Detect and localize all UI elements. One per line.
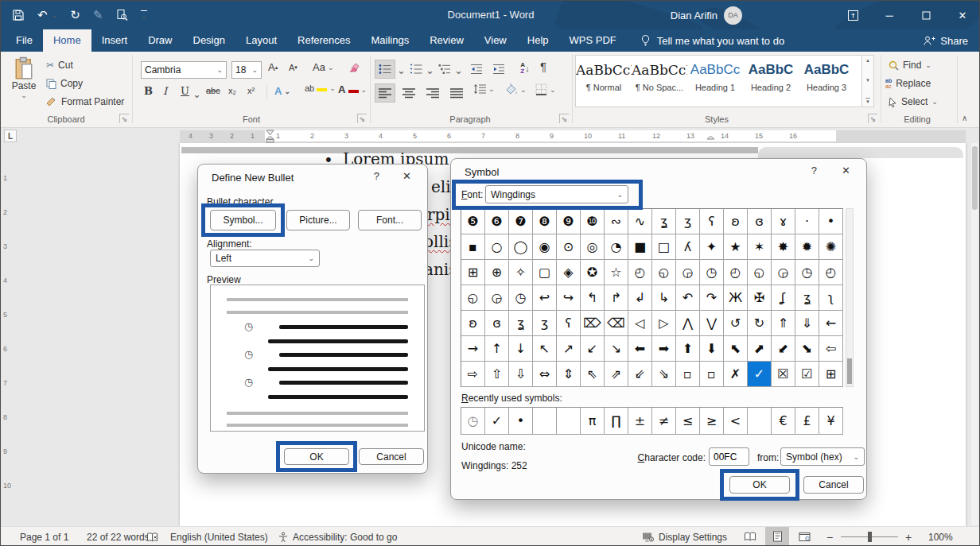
symbol-cell[interactable]: ⬅ xyxy=(628,336,652,362)
symbol-cell[interactable]: ⬈ xyxy=(748,336,772,362)
recent-symbol-cell[interactable] xyxy=(557,408,581,435)
symbol-cell[interactable]: ◴ xyxy=(724,260,748,285)
recent-symbol-cell[interactable]: ✓ xyxy=(485,408,509,435)
close-button[interactable]: ✕ xyxy=(944,1,980,29)
tab-view[interactable]: View xyxy=(474,29,517,52)
symbol-cell[interactable]: ◎ xyxy=(581,234,605,260)
tell-me-box[interactable]: Tell me what you want to do xyxy=(640,29,784,52)
symbol-cell[interactable]: ■ xyxy=(628,234,652,260)
symbol-cell[interactable]: ○ xyxy=(485,234,509,260)
italic-button[interactable]: I xyxy=(163,85,167,97)
symbol-cell[interactable]: ◵ xyxy=(748,260,772,285)
alignment-combo[interactable]: Left ⌄ xyxy=(210,250,320,267)
symbol-cell[interactable]: Ж xyxy=(724,285,748,311)
recent-symbol-cell[interactable]: ∏ xyxy=(605,408,628,435)
symbol-cell[interactable]: ʓ xyxy=(795,285,819,311)
symbol-cell[interactable]: ◉ xyxy=(533,234,557,260)
symbol-cell[interactable]: ★ xyxy=(724,234,748,260)
decrease-indent-button[interactable] xyxy=(467,60,486,79)
symbol-cell[interactable]: ◁ xyxy=(628,311,652,336)
symbol-cell[interactable]: ✗ xyxy=(724,362,748,387)
symbol-cell[interactable]: ⇔ xyxy=(533,362,557,387)
page-indicator[interactable]: Page 1 of 1 xyxy=(20,527,68,546)
symbol-cell[interactable]: ◶ xyxy=(676,260,700,285)
symbol-cell[interactable]: ʕ xyxy=(557,311,581,336)
style-item-4[interactable]: AaBbCHeading 2 xyxy=(743,56,799,102)
font-color-button[interactable]: A ⌄ xyxy=(338,83,367,95)
tab-mailings[interactable]: Mailings xyxy=(361,29,420,52)
symbol-cell[interactable]: ↱ xyxy=(605,285,628,311)
select-dropdown-icon[interactable]: ⌄ xyxy=(931,98,938,106)
symbol-cell[interactable]: ʎ xyxy=(676,234,700,260)
from-combo[interactable]: Symbol (hex) ⌄ xyxy=(780,447,865,466)
symbol-cell[interactable]: ⬉ xyxy=(724,336,748,362)
account-area[interactable]: Dian Arifin DA xyxy=(671,1,742,29)
strikethrough-button[interactable]: abc xyxy=(206,86,220,95)
symbol-cell[interactable]: ʓ xyxy=(652,209,676,234)
font-family-combo[interactable]: Cambria ⌄ xyxy=(141,61,227,79)
symbol-cell[interactable]: • xyxy=(819,209,843,234)
symbol-cell[interactable]: ʚ xyxy=(724,209,748,234)
symbol-cell[interactable]: ⇓ xyxy=(795,311,819,336)
symbol-cell[interactable]: ✸ xyxy=(772,234,795,260)
symbol-cell[interactable]: ʅ xyxy=(819,285,843,311)
borders-button[interactable]: ⌄ xyxy=(535,83,556,95)
share-button[interactable]: Share xyxy=(923,29,968,52)
find-dropdown-icon[interactable]: ⌄ xyxy=(925,61,931,69)
picture-button[interactable]: Picture... xyxy=(286,210,350,230)
symbol-cell[interactable]: ✧ xyxy=(509,260,533,285)
symbol-cell[interactable]: ⇖ xyxy=(581,362,605,387)
web-layout-button[interactable] xyxy=(792,527,816,546)
replace-button[interactable]: abac Replace xyxy=(885,78,931,89)
font-family-dropdown-icon[interactable]: ⌄ xyxy=(216,66,223,74)
print-layout-button[interactable] xyxy=(765,527,789,546)
recent-symbol-cell[interactable]: £ xyxy=(795,408,819,435)
symbol-cell[interactable]: ◷ xyxy=(509,285,533,311)
symbol-cell[interactable]: ← xyxy=(819,311,843,336)
proofing-status-icon[interactable] xyxy=(146,527,158,546)
accessibility-indicator[interactable]: Accessibility: Good to go xyxy=(278,527,397,546)
symbol-cell[interactable]: ▪ xyxy=(461,234,485,260)
symbol-font-combo[interactable]: Wingdings ⌄ xyxy=(485,185,628,203)
text-effects-button[interactable]: A ⌄ xyxy=(274,85,290,97)
symbol-cell[interactable]: ɤ xyxy=(772,209,795,234)
symbol-cell[interactable]: ⌫ xyxy=(605,311,628,336)
change-case-button[interactable]: Aa ⌄ xyxy=(313,61,333,73)
copy-button[interactable]: Copy xyxy=(46,78,83,89)
display-settings-button[interactable]: Display Settings xyxy=(642,527,727,546)
document-scrollbar[interactable] xyxy=(971,143,978,525)
symbol-cell[interactable]: ↖ xyxy=(533,336,557,362)
zoom-level[interactable]: 100% xyxy=(928,527,953,546)
symbol-cell[interactable]: ʒ xyxy=(533,311,557,336)
symbol-ok-button[interactable]: OK xyxy=(729,476,790,494)
find-button[interactable]: Find ⌄ xyxy=(889,60,931,71)
symbol-cell[interactable]: ↻ xyxy=(748,311,772,336)
symbol-cell[interactable]: ◴ xyxy=(819,260,843,285)
from-dropdown-icon[interactable]: ⌄ xyxy=(853,453,859,461)
symbol-cell[interactable]: ʓ xyxy=(509,311,533,336)
paragraph-dialog-launcher-icon[interactable]: ⇘ xyxy=(559,114,569,123)
styles-scroll-down-icon[interactable]: ▼ xyxy=(865,78,870,83)
line-spacing-dropdown-icon[interactable]: ⌄ xyxy=(488,85,495,93)
symbol-cell[interactable]: ▢ xyxy=(533,260,557,285)
symbol-cell[interactable]: ☒ xyxy=(772,362,795,387)
font-color-dropdown-icon[interactable]: ⌄ xyxy=(361,86,368,94)
symbol-cell[interactable]: ⋀ xyxy=(676,311,700,336)
symbol-cell[interactable]: ⇘ xyxy=(652,362,676,387)
read-mode-button[interactable] xyxy=(738,527,762,546)
shading-dropdown-icon[interactable]: ⌄ xyxy=(520,86,527,94)
symbol-cell[interactable]: ▷ xyxy=(652,311,676,336)
symbol-cell[interactable]: ⊙ xyxy=(557,234,581,260)
font-dialog-launcher-icon[interactable]: ⇘ xyxy=(357,114,367,123)
tab-wps-pdf[interactable]: WPS PDF xyxy=(559,29,627,52)
symbol-cell[interactable]: ⇦ xyxy=(819,336,843,362)
right-indent-marker[interactable] xyxy=(706,136,716,143)
tab-draw[interactable]: Draw xyxy=(138,29,182,52)
symbol-cell[interactable]: ❼ xyxy=(509,209,533,234)
define-bullet-ok-button[interactable]: OK xyxy=(284,448,349,465)
style-item-2[interactable]: AaBbCcI¶ No Spac... xyxy=(632,56,687,102)
symbol-cell[interactable]: ∿ xyxy=(628,209,652,234)
symbol-cell[interactable]: ✺ xyxy=(819,234,843,260)
symbol-cell[interactable]: ↘ xyxy=(605,336,628,362)
font-button[interactable]: Font... xyxy=(358,210,422,230)
